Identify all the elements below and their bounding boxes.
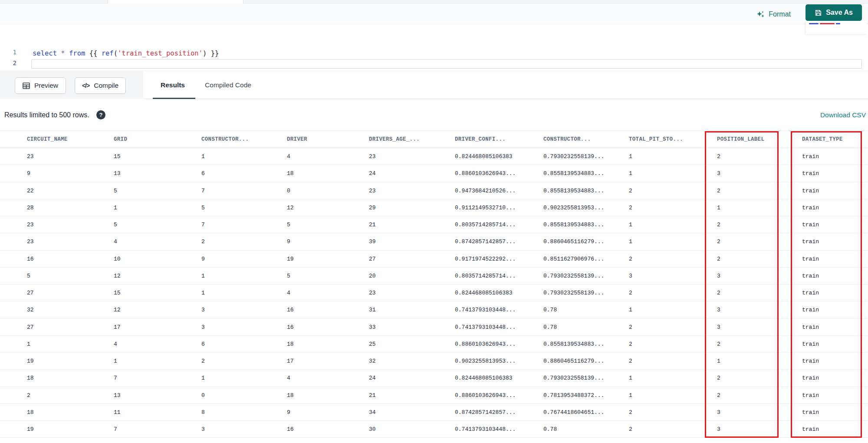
table-cell: 32: [369, 358, 376, 364]
table-cell: 12: [287, 204, 294, 211]
table-cell: 0.7930232558139...: [543, 290, 604, 296]
tab-results[interactable]: Results: [161, 71, 183, 99]
table-cell: 0.8035714285714...: [455, 272, 516, 279]
column-header: DRIVER: [287, 131, 307, 149]
table-cell: 17: [287, 358, 294, 364]
compile-button[interactable]: </> Compile: [75, 77, 126, 94]
table-cell: 1: [629, 222, 632, 228]
preview-button[interactable]: Preview: [15, 77, 66, 94]
table-row: 231514230.8244680851063830.7930232558139…: [0, 148, 868, 165]
active-file-tab[interactable]: [108, 0, 243, 3]
table-cell: 10: [114, 255, 121, 262]
editor-header: Format Save As: [0, 3, 868, 24]
results-info-bar: Results limited to 500 rows. ? Download …: [0, 99, 868, 130]
table-cell: 3: [717, 272, 720, 279]
table-cell: 2: [717, 290, 720, 296]
code-token: select: [33, 50, 57, 57]
table-cell: 5: [114, 187, 117, 194]
table-icon: [23, 83, 30, 89]
table-cell: 9: [27, 170, 30, 177]
code-token: ref: [102, 50, 114, 57]
table-cell: 0.9023255813953...: [543, 204, 604, 211]
sparkles-icon: [756, 10, 765, 19]
table-cell: 0.8742857142857...: [455, 238, 516, 245]
table-cell: 3: [717, 170, 720, 177]
table-cell: 17: [114, 324, 121, 330]
table-cell: 2: [717, 392, 720, 398]
table-cell: 23: [27, 222, 34, 228]
table-row: 51215200.8035714285714...0.7930232558139…: [0, 268, 868, 284]
format-label: Format: [769, 10, 791, 18]
table-cell: train: [802, 290, 819, 296]
column-header: DRIVER_CONFI...: [455, 131, 506, 149]
table-cell: 2: [201, 358, 205, 364]
tab-compiled-code[interactable]: Compiled Code: [203, 71, 253, 99]
save-as-button[interactable]: Save As: [806, 4, 862, 21]
code-token: [57, 50, 61, 57]
dbt-ide-screen: Format Save As 1 2 select * from {{ ref(…: [0, 0, 868, 443]
table-cell: 16: [287, 324, 294, 330]
table-cell: 0.9473684210526...: [455, 187, 516, 194]
table-cell: 2: [629, 187, 632, 194]
table-row: 197316300.7413793103448...0.7823train: [0, 421, 868, 438]
tab-divider: [108, 0, 108, 3]
table-cell: train: [802, 426, 819, 433]
table-cell: 1: [114, 358, 117, 364]
column-header: DATASET_TYPE: [802, 131, 843, 149]
table-cell: 0.8860103626943...: [455, 392, 516, 398]
results-table: CIRCUIT_NAMEGRIDCONSTRUCTOR...DRIVERDRIV…: [0, 130, 868, 438]
editor-minimap: [806, 21, 867, 34]
table-cell: 20: [369, 272, 376, 279]
format-button[interactable]: Format: [756, 9, 791, 20]
table-row: 913618240.8860103626943...0.855813953488…: [0, 165, 868, 182]
table-cell: 0.9112149532710...: [455, 204, 516, 211]
editor-tab-strip[interactable]: [0, 0, 868, 3]
table-cell: 19: [287, 255, 294, 262]
table-cell: 0.7813953488372...: [543, 392, 604, 398]
table-cell: 9: [287, 238, 290, 245]
table-cell: 16: [287, 426, 294, 433]
table-cell: 7: [114, 426, 117, 433]
table-row: 1610919270.9171974522292...0.85116279069…: [0, 251, 868, 268]
table-cell: 23: [369, 153, 376, 160]
column-header: CIRCUIT_NAME: [27, 131, 68, 149]
table-cell: train: [802, 222, 819, 228]
table-cell: 2: [629, 255, 632, 262]
preview-label: Preview: [34, 82, 58, 89]
table-row: 14618250.8860103626943...0.8558139534883…: [0, 336, 868, 353]
table-cell: 13: [114, 392, 121, 398]
code-token: ): [203, 50, 207, 57]
table-cell: 8: [201, 409, 205, 415]
table-cell: 3: [717, 409, 720, 415]
table-cell: 0.7930232558139...: [543, 375, 604, 381]
help-icon[interactable]: ?: [96, 110, 105, 119]
table-cell: 1: [717, 204, 720, 211]
code-icon: </>: [82, 82, 89, 89]
table-cell: 0.78: [543, 324, 557, 330]
table-cell: 18: [27, 409, 34, 415]
table-cell: 0.7674418604651...: [543, 409, 604, 415]
table-cell: 23: [27, 238, 34, 245]
column-header: CONSTRUCTOR...: [201, 131, 249, 149]
table-cell: 2: [629, 409, 632, 415]
table-cell: 28: [27, 204, 34, 211]
table-cell: 12: [114, 307, 121, 313]
line-number: 1: [7, 49, 16, 56]
table-cell: 7: [201, 187, 205, 194]
table-cell: 0.7413793103448...: [455, 307, 516, 313]
table-cell: 7: [201, 222, 205, 228]
table-row: 3212316310.7413793103448...0.7813train: [0, 301, 868, 318]
table-cell: 1: [629, 392, 632, 398]
table-cell: 22: [27, 187, 34, 194]
table-cell: 1: [717, 358, 720, 364]
download-csv-link[interactable]: Download CSV: [820, 99, 866, 130]
table-cell: 25: [369, 341, 376, 347]
table-header-row: CIRCUIT_NAMEGRIDCONSTRUCTOR...DRIVERDRIV…: [0, 130, 868, 148]
results-toolbar: Preview </> Compile Results Compiled Cod…: [0, 71, 868, 99]
table-row: 23429390.8742857142857...0.8860465116279…: [0, 233, 868, 250]
table-cell: 2: [717, 375, 720, 381]
code-editor[interactable]: 1 2 select * from {{ ref('train_test_pos…: [0, 24, 868, 71]
code-token: }}: [207, 50, 219, 57]
table-cell: 5: [114, 222, 117, 228]
code-token: (: [114, 50, 118, 57]
